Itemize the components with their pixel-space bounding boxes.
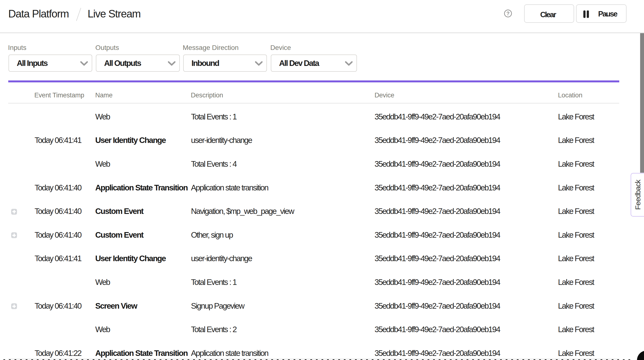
svg-text:?: ? [506, 10, 510, 16]
